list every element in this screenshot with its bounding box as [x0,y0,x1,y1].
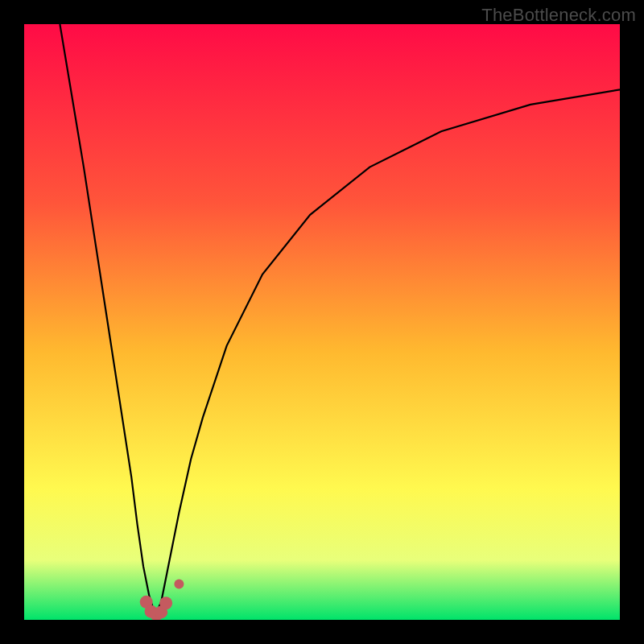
marker-dot [159,597,172,609]
watermark-text: TheBottleneck.com [481,5,636,26]
chart-frame: TheBottleneck.com [0,0,644,644]
marker-dot [174,580,184,589]
bottleneck-chart [24,24,620,620]
plot-background [24,24,620,620]
